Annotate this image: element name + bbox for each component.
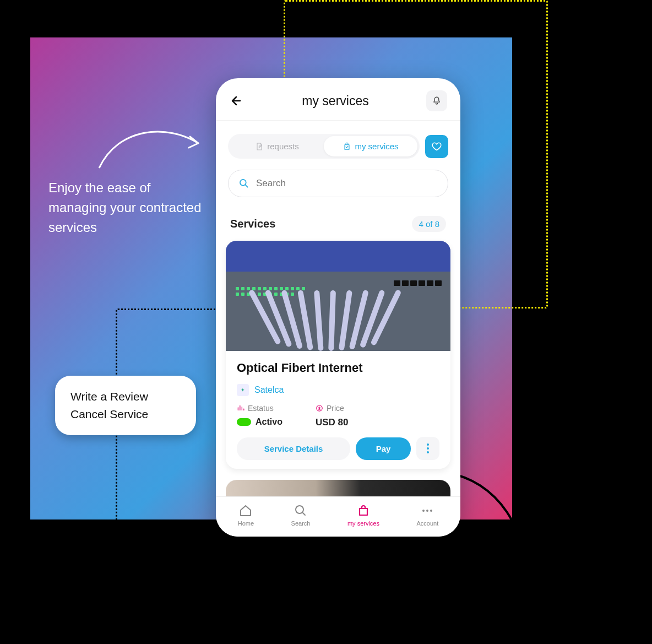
search-container: [216, 166, 460, 206]
arrow-white-icon: [96, 121, 207, 171]
bag-icon: [356, 504, 371, 518]
price-value: USD 80: [316, 417, 349, 428]
tab-requests[interactable]: requests: [230, 136, 324, 156]
status-value-row: Activo: [237, 417, 282, 427]
tabs-row: requests my services: [216, 121, 460, 166]
nav-search-label: Search: [291, 520, 311, 527]
heart-icon: [431, 141, 442, 152]
nav-my-services-label: my services: [347, 520, 379, 527]
dollar-circle-icon: [316, 404, 323, 412]
service-card-body: Optical Fibert Internet ✦ Satelca Estatu…: [226, 351, 450, 469]
marketing-headline: Enjoy the ease of managing your contract…: [48, 178, 203, 237]
search-input[interactable]: [256, 178, 438, 189]
nav-home[interactable]: Home: [238, 504, 254, 527]
card-actions: Service Details Pay: [237, 437, 439, 460]
menu-item-write-review[interactable]: Write a Review: [70, 388, 181, 405]
count-badge: 4 of 8: [412, 216, 446, 232]
document-edit-icon: [255, 142, 264, 151]
provider-row[interactable]: ✦ Satelca: [237, 384, 439, 396]
price-label: Price: [327, 404, 344, 413]
nav-search[interactable]: Search: [291, 504, 311, 527]
nav-my-services[interactable]: my services: [347, 504, 379, 527]
more-options-button[interactable]: [416, 437, 439, 460]
bar-chart-icon: [237, 404, 244, 412]
nav-account-label: Account: [416, 520, 438, 527]
status-label-row: Estatus: [237, 404, 282, 413]
service-title: Optical Fibert Internet: [237, 361, 439, 375]
nav-home-label: Home: [238, 520, 254, 527]
back-button[interactable]: [229, 93, 244, 109]
favorites-button[interactable]: [425, 135, 448, 158]
dots-vertical-icon: [427, 443, 429, 453]
search-bar[interactable]: [228, 170, 448, 197]
status-column: Estatus Activo: [237, 404, 282, 428]
bag-check-icon: [343, 142, 351, 151]
tab-requests-label: requests: [267, 142, 299, 151]
pay-button[interactable]: Pay: [356, 437, 411, 460]
info-grid: Estatus Activo Price USD: [237, 404, 439, 428]
svg-point-3: [422, 510, 425, 512]
service-card: Optical Fibert Internet ✦ Satelca Estatu…: [226, 241, 450, 469]
context-menu: Write a Review Cancel Service: [55, 376, 196, 435]
home-icon: [238, 504, 253, 518]
service-image: [226, 241, 450, 351]
section-title: Services: [230, 218, 275, 230]
tab-my-services[interactable]: my services: [324, 136, 417, 156]
menu-item-cancel-service[interactable]: Cancel Service: [70, 405, 181, 423]
status-value: Activo: [256, 417, 282, 427]
tab-my-services-label: my services: [355, 142, 398, 151]
page-title: my services: [302, 94, 368, 109]
search-icon: [238, 178, 249, 189]
more-horizontal-icon: [420, 504, 434, 518]
provider-name: Satelca: [254, 385, 284, 395]
app-header: my services: [216, 78, 460, 121]
svg-point-5: [430, 510, 432, 512]
svg-point-4: [426, 510, 428, 512]
status-indicator-icon: [237, 418, 251, 426]
notifications-button[interactable]: [426, 90, 447, 111]
search-icon: [294, 504, 308, 518]
next-card-preview: [226, 480, 450, 496]
price-label-row: Price: [316, 404, 349, 413]
nav-account[interactable]: Account: [416, 504, 438, 527]
price-column: Price USD 80: [316, 404, 349, 428]
status-label: Estatus: [248, 404, 274, 413]
bottom-nav: Home Search my services Account: [216, 496, 460, 537]
provider-logo-icon: ✦: [237, 384, 249, 396]
arrow-left-icon: [230, 94, 243, 107]
section-header: Services 4 of 8: [216, 206, 460, 237]
phone-frame: my services requests my services: [216, 78, 460, 537]
segmented-tabs: requests my services: [228, 134, 420, 159]
bell-icon: [432, 96, 442, 106]
service-details-button[interactable]: Service Details: [237, 437, 350, 460]
